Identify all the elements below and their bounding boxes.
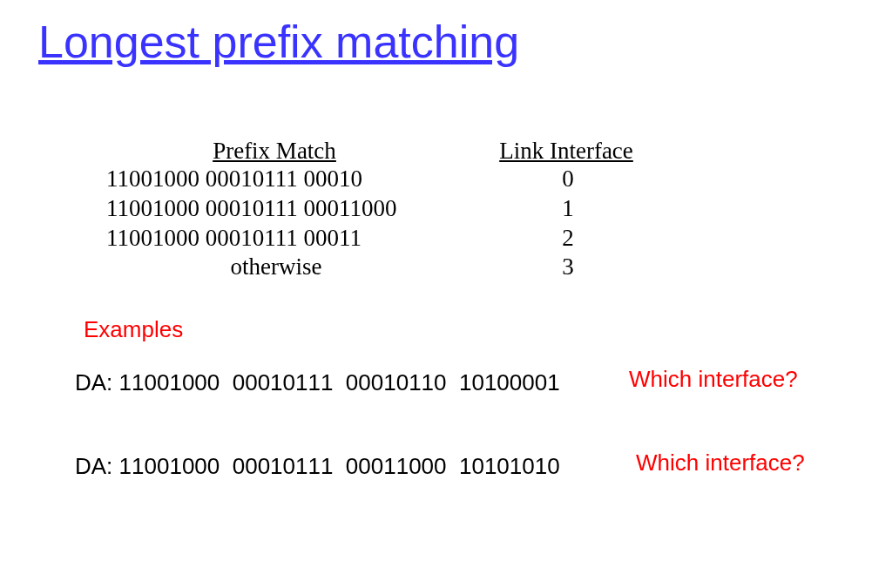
example-address: DA: 11001000 00010111 00010110 10100001 [75, 369, 560, 396]
table-row: otherwise 3 [105, 253, 714, 282]
example-label: DA: [75, 453, 119, 479]
table-header-link: Link Interface [444, 138, 688, 165]
cell-link: 2 [446, 224, 690, 253]
examples-heading: Examples [84, 316, 183, 343]
example-unhighlighted: 11001000 00010111 0001 [119, 369, 396, 395]
example-address: DA: 11001000 00010111 00011000 10101010 [75, 453, 560, 480]
example-unhighlighted: 11001000 00010111 0001 [119, 453, 396, 479]
cell-link: 1 [446, 194, 690, 224]
cell-link: 0 [446, 165, 690, 194]
table-row: 11001000 00010111 00011000 1 [105, 194, 714, 224]
example-label: DA: [75, 369, 119, 395]
prefix-table: Prefix Match Link Interface 11001000 000… [105, 138, 714, 282]
cell-prefix: 11001000 00010111 00011 [105, 224, 446, 253]
table-row: 11001000 00010111 00011 2 [105, 224, 714, 253]
example-highlighted: 1000 10101010 [396, 453, 560, 479]
cell-prefix: 11001000 00010111 00011000 [105, 194, 446, 224]
example-question: Which interface? [636, 449, 805, 476]
example-highlighted: 0110 10100001 [396, 369, 560, 395]
table-header-row: Prefix Match Link Interface [105, 138, 714, 165]
table-row: 11001000 00010111 00010 0 [105, 165, 714, 194]
table-header-prefix: Prefix Match [105, 138, 444, 165]
cell-prefix-otherwise: otherwise [105, 253, 446, 282]
cell-prefix: 11001000 00010111 00010 [105, 165, 446, 194]
example-question: Which interface? [629, 366, 798, 393]
cell-link: 3 [446, 253, 690, 282]
slide-title: Longest prefix matching [38, 16, 519, 68]
